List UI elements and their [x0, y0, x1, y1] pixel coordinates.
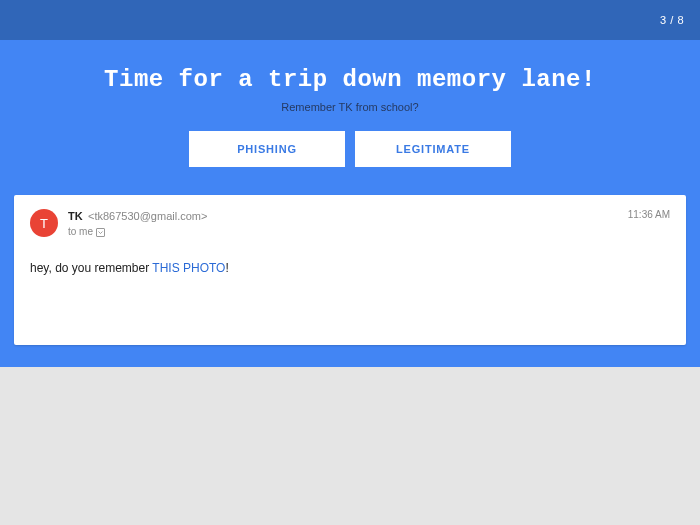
- progress-indicator: 3 / 8: [660, 14, 684, 26]
- hero: Time for a trip down memory lane! Rememb…: [0, 40, 700, 181]
- sender-name: TK: [68, 210, 83, 222]
- email-wrap: T TK <tk867530@gmail.com> to me 11:36 AM…: [0, 181, 700, 367]
- email-time: 11:36 AM: [628, 209, 670, 220]
- chevron-down-icon[interactable]: [96, 228, 105, 237]
- email-body: hey, do you remember THIS PHOTO!: [30, 261, 670, 275]
- photo-link[interactable]: THIS PHOTO: [152, 261, 225, 275]
- phishing-button[interactable]: PHISHING: [189, 131, 345, 167]
- hero-title: Time for a trip down memory lane!: [0, 66, 700, 93]
- top-bar: 3 / 8: [0, 0, 700, 40]
- body-pre: hey, do you remember: [30, 261, 152, 275]
- from-block: TK <tk867530@gmail.com> to me: [68, 209, 207, 239]
- sender-email: <tk867530@gmail.com>: [88, 210, 207, 222]
- body-post: !: [225, 261, 228, 275]
- to-line[interactable]: to me: [68, 225, 207, 239]
- legitimate-button[interactable]: LEGITIMATE: [355, 131, 511, 167]
- choice-buttons: PHISHING LEGITIMATE: [0, 131, 700, 167]
- avatar: T: [30, 209, 58, 237]
- email-card: T TK <tk867530@gmail.com> to me 11:36 AM…: [14, 195, 686, 345]
- to-text: to me: [68, 225, 93, 239]
- hero-subtitle: Remember TK from school?: [0, 101, 700, 113]
